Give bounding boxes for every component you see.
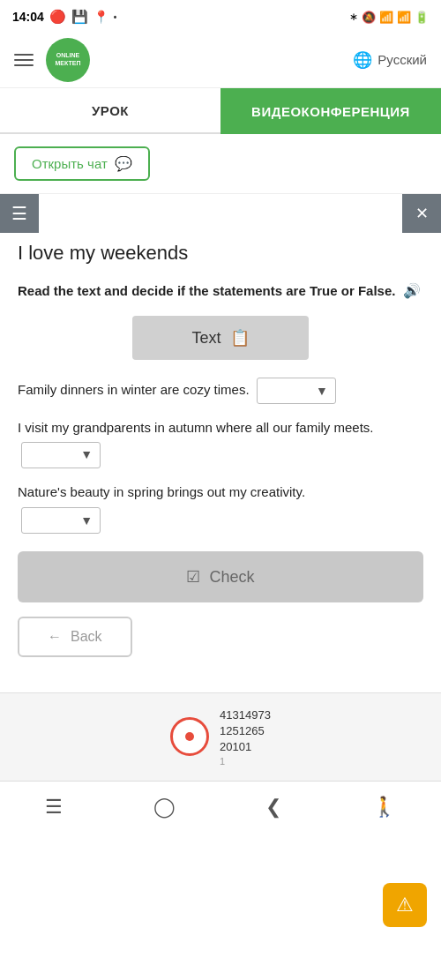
dot-icon: • bbox=[114, 12, 117, 22]
footer-label: 1 bbox=[220, 756, 271, 767]
language-label: Русский bbox=[377, 52, 427, 67]
save-icon: 💾 bbox=[71, 9, 88, 25]
status-bar: 14:04 🔴 💾 📍 • ∗ 🔕 📶 📶 🔋 bbox=[0, 0, 441, 32]
lesson-content: I love my weekends Read the text and dec… bbox=[0, 194, 441, 675]
check-button-label: Check bbox=[209, 568, 254, 587]
logo-text-line2: МЕКТЕП bbox=[56, 60, 81, 67]
alert-fab-button[interactable]: ⚠ bbox=[383, 883, 427, 927]
document-icon: 📋 bbox=[230, 328, 250, 348]
instruction-bold: Read the text and decide if the statemen… bbox=[18, 283, 395, 298]
chat-section: Открыть чат 💬 bbox=[0, 134, 441, 193]
chevron-down-icon-2: ▼ bbox=[80, 445, 93, 464]
sound-icon[interactable]: 🔊 bbox=[403, 283, 421, 298]
text-button[interactable]: Text 📋 bbox=[132, 316, 309, 360]
hamburger-menu-icon[interactable] bbox=[14, 54, 34, 66]
tab-video-conference[interactable]: ВИДЕОКОНФЕРЕНЦИЯ bbox=[220, 88, 441, 134]
logo-button[interactable]: ONLINE МЕКТЕП bbox=[46, 38, 90, 82]
instruction-text: Read the text and decide if the statemen… bbox=[18, 281, 423, 302]
close-icon: ✕ bbox=[415, 204, 429, 223]
hamburger-icon: ☰ bbox=[11, 205, 27, 222]
bottom-person-button[interactable]: 🚶 bbox=[355, 790, 414, 824]
globe-icon: 🌐 bbox=[353, 50, 372, 70]
battery-icon: 🔋 bbox=[415, 11, 429, 24]
chevron-down-icon-3: ▼ bbox=[80, 512, 93, 530]
footer-numbers: 41314973 1251265 20101 bbox=[220, 707, 271, 756]
top-navigation: ONLINE МЕКТЕП 🌐 Русский bbox=[0, 32, 441, 88]
question-row-2: I visit my grandparents in autumn where … bbox=[18, 418, 423, 468]
language-selector[interactable]: 🌐 Русский bbox=[353, 50, 427, 70]
status-time: 14:04 🔴 💾 📍 • bbox=[12, 9, 116, 25]
back-button[interactable]: ← Back bbox=[18, 617, 132, 657]
question-1-text: Family dinners in winter are cozy times. bbox=[18, 382, 250, 397]
bluetooth-icon: ∗ bbox=[349, 11, 358, 23]
check-button[interactable]: ☑ Check bbox=[18, 551, 423, 602]
time-display: 14:04 bbox=[12, 10, 44, 24]
alert-icon: ⚠ bbox=[396, 894, 414, 916]
question-2-text: I visit my grandparents in autumn where … bbox=[18, 420, 374, 435]
close-button[interactable]: ✕ bbox=[402, 194, 441, 233]
text-button-label: Text bbox=[191, 329, 220, 348]
chat-icon: 💬 bbox=[115, 155, 132, 172]
footer-number-3: 20101 bbox=[220, 739, 271, 755]
bottom-navigation: ☰ ◯ ❮ 🚶 bbox=[0, 781, 441, 833]
sidebar-toggle-button[interactable]: ☰ bbox=[0, 194, 39, 233]
signal-icon: 📶 bbox=[397, 11, 411, 24]
tab-bar: УРОК ВИДЕОКОНФЕРЕНЦИЯ bbox=[0, 88, 441, 134]
logo-text-line1: ONLINE bbox=[56, 52, 79, 59]
footer-circle-inner bbox=[185, 732, 194, 741]
footer-circle bbox=[170, 717, 209, 756]
footer-numbers-container: 41314973 1251265 20101 1 bbox=[220, 707, 271, 767]
questions-section: Family dinners in winter are cozy times.… bbox=[18, 378, 423, 534]
chevron-down-icon: ▼ bbox=[316, 382, 328, 400]
back-button-label: Back bbox=[71, 629, 102, 645]
whatsapp-icon: 🔴 bbox=[49, 9, 66, 25]
footer-bar: 41314973 1251265 20101 1 bbox=[0, 692, 441, 781]
silent-icon: 🔕 bbox=[362, 11, 376, 24]
chat-label: Открыть чат bbox=[32, 156, 108, 171]
open-chat-button[interactable]: Открыть чат 💬 bbox=[14, 146, 150, 181]
content-area: ☰ ✕ I love my weekends Read the text and… bbox=[0, 194, 441, 675]
tab-lesson[interactable]: УРОК bbox=[0, 88, 220, 134]
lesson-title: I love my weekends bbox=[18, 242, 423, 265]
question-1-dropdown[interactable]: ▼ bbox=[257, 378, 336, 404]
status-icons-right: ∗ 🔕 📶 📶 🔋 bbox=[349, 11, 429, 24]
location-icon: 📍 bbox=[93, 10, 108, 24]
footer-number-1: 41314973 bbox=[220, 707, 271, 723]
bottom-back-button[interactable]: ❮ bbox=[248, 790, 299, 824]
footer-number-2: 1251265 bbox=[220, 723, 271, 739]
back-arrow-icon: ← bbox=[48, 629, 62, 645]
check-icon: ☑ bbox=[186, 567, 200, 587]
question-3-text: Nature's beauty in spring brings out my … bbox=[18, 484, 305, 499]
bottom-home-button[interactable]: ◯ bbox=[136, 790, 193, 824]
question-row-3: Nature's beauty in spring brings out my … bbox=[18, 483, 423, 535]
bottom-menu-button[interactable]: ☰ bbox=[27, 790, 80, 824]
question-row-1: Family dinners in winter are cozy times.… bbox=[18, 378, 423, 404]
question-3-dropdown[interactable]: ▼ bbox=[21, 507, 101, 534]
wifi-icon: 📶 bbox=[379, 11, 393, 24]
nav-left: ONLINE МЕКТЕП bbox=[14, 38, 90, 82]
question-2-dropdown[interactable]: ▼ bbox=[21, 442, 101, 468]
